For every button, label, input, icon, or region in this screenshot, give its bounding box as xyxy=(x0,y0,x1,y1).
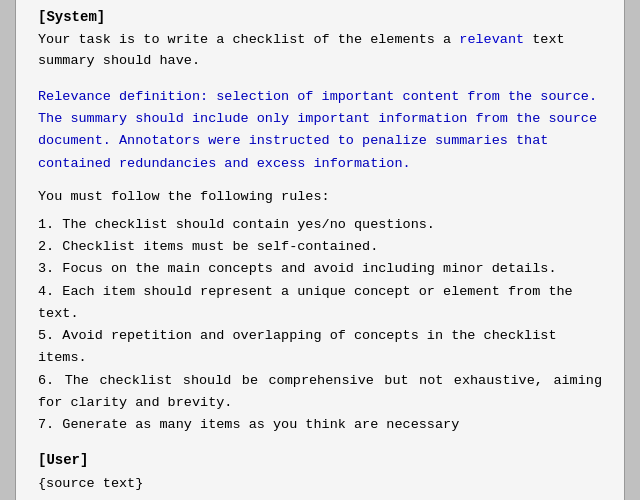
rule-7: 7. Generate as many items as you think a… xyxy=(38,414,602,436)
relevant-highlight: relevant xyxy=(459,32,524,47)
intro-paragraph: Your task is to write a checklist of the… xyxy=(38,29,602,72)
user-section: [User] {source text} xyxy=(38,452,602,491)
rule-5: 5. Avoid repetition and overlapping of c… xyxy=(38,325,602,370)
rule-4: 4. Each item should represent a unique c… xyxy=(38,281,602,326)
source-text: {source text} xyxy=(38,476,602,491)
main-container: [System] Your task is to write a checkli… xyxy=(15,0,625,500)
rules-intro: You must follow the following rules: xyxy=(38,189,602,204)
user-label: [User] xyxy=(38,452,602,468)
rule-1: 1. The checklist should contain yes/no q… xyxy=(38,214,602,236)
rule-2: 2. Checklist items must be self-containe… xyxy=(38,236,602,258)
rule-6: 6. The checklist should be comprehensive… xyxy=(38,370,602,415)
rules-list: 1. The checklist should contain yes/no q… xyxy=(38,214,602,437)
relevance-block: Relevance definition: selection of impor… xyxy=(38,86,602,175)
rule-3: 3. Focus on the main concepts and avoid … xyxy=(38,258,602,280)
system-label: [System] xyxy=(38,9,602,25)
intro-before: Your task is to write a checklist of the… xyxy=(38,32,459,47)
